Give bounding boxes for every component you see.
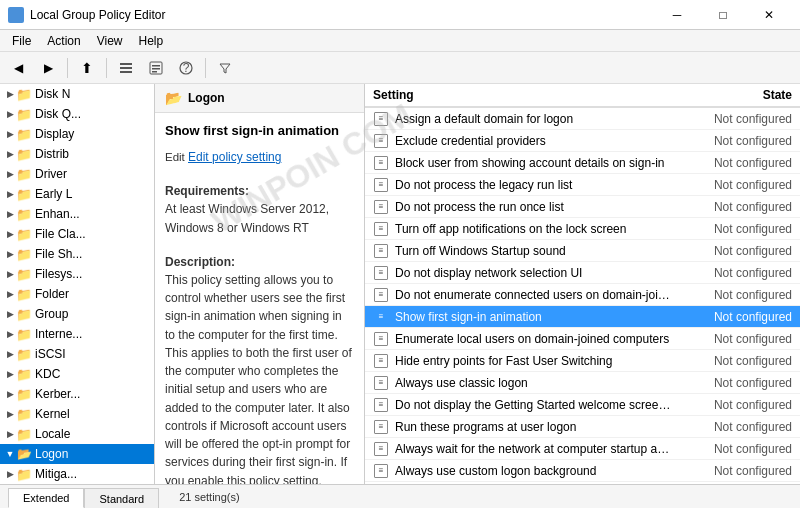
expand-icon[interactable]: ▶ (4, 168, 16, 180)
expand-icon[interactable]: ▶ (4, 368, 16, 380)
svg-rect-4 (152, 65, 160, 67)
setting-row-selected[interactable]: ≡ Show first sign-in animation Not confi… (365, 306, 800, 328)
requirements-section: Requirements: At least Windows Server 20… (155, 170, 364, 241)
requirements-text: At least Windows Server 2012, Windows 8 … (165, 202, 329, 234)
menu-file[interactable]: File (4, 30, 39, 51)
forward-button[interactable]: ▶ (34, 55, 62, 81)
tree-item-filesys[interactable]: ▶ 📁 Filesys... (0, 264, 154, 284)
setting-name: Enumerate local users on domain-joined c… (395, 332, 672, 346)
setting-row[interactable]: ≡ Turn off Windows Startup sound Not con… (365, 240, 800, 262)
tree-item-mitiga[interactable]: ▶ 📁 Mitiga... (0, 464, 154, 484)
tree-item-kerberos[interactable]: ▶ 📁 Kerber... (0, 384, 154, 404)
properties-button[interactable] (142, 55, 170, 81)
expand-icon[interactable]: ▶ (4, 248, 16, 260)
expand-icon[interactable]: ▶ (4, 288, 16, 300)
expand-icon[interactable]: ▶ (4, 188, 16, 200)
expand-icon[interactable]: ▶ (4, 308, 16, 320)
expand-icon[interactable]: ▶ (4, 208, 16, 220)
setting-row[interactable]: ≡ Enumerate local users on domain-joined… (365, 328, 800, 350)
tree-item-driver[interactable]: ▶ 📁 Driver (0, 164, 154, 184)
folder-icon: 📁 (16, 106, 32, 122)
tree-item-folder[interactable]: ▶ 📁 Folder (0, 284, 154, 304)
menu-view[interactable]: View (89, 30, 131, 51)
description-label: Description: (165, 253, 354, 271)
tree-item-kernel[interactable]: ▶ 📁 Kernel (0, 404, 154, 424)
setting-row[interactable]: ≡ Run these programs at user logon Not c… (365, 416, 800, 438)
menu-help[interactable]: Help (131, 30, 172, 51)
tree-item-iscsi[interactable]: ▶ 📁 iSCSI (0, 344, 154, 364)
setting-row[interactable]: ≡ Exclude credential providers Not confi… (365, 130, 800, 152)
settings-header: Setting State (365, 84, 800, 108)
setting-row[interactable]: ≡ Assign a default domain for logon Not … (365, 108, 800, 130)
folder-icon: 📁 (16, 186, 32, 202)
folder-icon: 📁 (16, 86, 32, 102)
tree-item-diskn[interactable]: ▶ 📁 Disk N (0, 84, 154, 104)
setting-row[interactable]: ≡ Do not enumerate connected users on do… (365, 284, 800, 306)
folder-icon: 📁 (16, 306, 32, 322)
tree-item-diskq[interactable]: ▶ 📁 Disk Q... (0, 104, 154, 124)
toolbar-separator (67, 58, 68, 78)
setting-row[interactable]: ≡ Do not display network selection UI No… (365, 262, 800, 284)
expand-icon[interactable]: ▶ (4, 268, 16, 280)
setting-row[interactable]: ≡ Do not process the run once list Not c… (365, 196, 800, 218)
tab-extended[interactable]: Extended (8, 488, 84, 508)
menu-action[interactable]: Action (39, 30, 88, 51)
setting-name: Do not process the run once list (395, 200, 672, 214)
tree-item-filecla[interactable]: ▶ 📁 File Cla... (0, 224, 154, 244)
expand-icon[interactable]: ▶ (4, 228, 16, 240)
setting-row[interactable]: ≡ Do not process the legacy run list Not… (365, 174, 800, 196)
setting-state: Not configured (672, 134, 792, 148)
setting-state: Not configured (672, 178, 792, 192)
tab-standard[interactable]: Standard (84, 488, 159, 508)
tree-item-locale[interactable]: ▶ 📁 Locale (0, 424, 154, 444)
setting-row[interactable]: ≡ Do not display the Getting Started wel… (365, 394, 800, 416)
tree-item-logon[interactable]: ▼ 📂 Logon (0, 444, 154, 464)
tree-label: Kerber... (35, 387, 80, 401)
expand-icon[interactable]: ▶ (4, 128, 16, 140)
setting-row[interactable]: ≡ Always use classic logon Not configure… (365, 372, 800, 394)
expand-icon[interactable]: ▶ (4, 328, 16, 340)
tree-item-enhan[interactable]: ▶ 📁 Enhan... (0, 204, 154, 224)
maximize-button[interactable]: □ (700, 0, 746, 30)
folder-icon: 📁 (16, 126, 32, 142)
filter-button[interactable] (211, 55, 239, 81)
expand-icon[interactable]: ▶ (4, 408, 16, 420)
policy-icon: ≡ (373, 111, 389, 127)
setting-row[interactable]: ≡ Always wait for the network at compute… (365, 438, 800, 460)
tree-item-kdc[interactable]: ▶ 📁 KDC (0, 364, 154, 384)
status-text: 21 setting(s) (179, 491, 240, 503)
expand-icon[interactable]: ▶ (4, 148, 16, 160)
tree-item-display[interactable]: ▶ 📁 Display (0, 124, 154, 144)
setting-name: Hide entry points for Fast User Switchin… (395, 354, 672, 368)
tree-item-distrib[interactable]: ▶ 📁 Distrib (0, 144, 154, 164)
tree-item-filesh[interactable]: ▶ 📁 File Sh... (0, 244, 154, 264)
close-button[interactable]: ✕ (746, 0, 792, 30)
tree-item-earlyl[interactable]: ▶ 📁 Early L (0, 184, 154, 204)
expand-icon[interactable]: ▼ (4, 448, 16, 460)
setting-row[interactable]: ≡ Turn off app notifications on the lock… (365, 218, 800, 240)
svg-text:?: ? (183, 61, 190, 75)
expand-icon[interactable]: ▶ (4, 468, 16, 480)
tree-item-internet[interactable]: ▶ 📁 Interne... (0, 324, 154, 344)
expand-icon[interactable]: ▶ (4, 388, 16, 400)
folder-icon: 📁 (16, 366, 32, 382)
settings-list: ≡ Assign a default domain for logon Not … (365, 108, 800, 484)
middle-panel-title: Logon (188, 91, 225, 105)
column-setting-header: Setting (373, 88, 672, 102)
expand-icon[interactable]: ▶ (4, 108, 16, 120)
show-hide-button[interactable] (112, 55, 140, 81)
help-button[interactable]: ? (172, 55, 200, 81)
minimize-button[interactable]: ─ (654, 0, 700, 30)
tree-item-group[interactable]: ▶ 📁 Group (0, 304, 154, 324)
tree-label: Distrib (35, 147, 69, 161)
svg-rect-0 (120, 63, 132, 65)
setting-row[interactable]: ≡ Hide entry points for Fast User Switch… (365, 350, 800, 372)
setting-row[interactable]: ≡ Always use custom logon background Not… (365, 460, 800, 482)
up-button[interactable]: ⬆ (73, 55, 101, 81)
expand-icon[interactable]: ▶ (4, 428, 16, 440)
expand-icon[interactable]: ▶ (4, 348, 16, 360)
back-button[interactable]: ◀ (4, 55, 32, 81)
setting-row[interactable]: ≡ Block user from showing account detail… (365, 152, 800, 174)
expand-icon[interactable]: ▶ (4, 88, 16, 100)
edit-policy-link[interactable]: Edit policy setting (188, 150, 281, 164)
